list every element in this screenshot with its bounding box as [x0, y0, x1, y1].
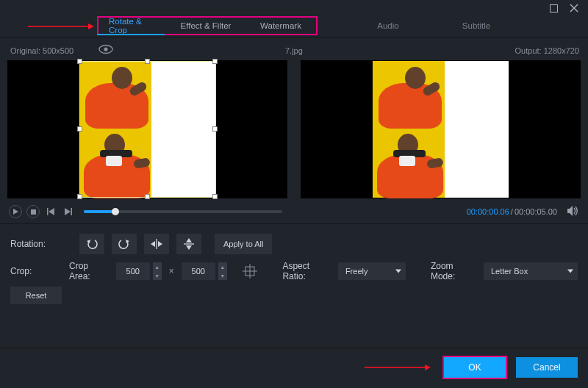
rotate-left-button[interactable]: [79, 234, 104, 254]
source-preview-pane[interactable]: [7, 60, 287, 198]
tab-rotate-crop[interactable]: Rotate & Crop: [98, 18, 166, 34]
prev-frame-button[interactable]: [44, 205, 57, 218]
crop-handle-bl[interactable]: [77, 194, 82, 199]
chevron-up-icon[interactable]: ▲: [218, 262, 227, 271]
stop-button[interactable]: [26, 205, 40, 218]
crop-handle-tl[interactable]: [77, 59, 82, 64]
svg-rect-0: [550, 4, 557, 12]
svg-point-6: [104, 47, 107, 51]
svg-marker-7: [13, 209, 18, 215]
tab-active-underline: [97, 34, 165, 35]
crop-selection-rect[interactable]: [79, 61, 216, 198]
time-current: 00:00:00.06: [467, 207, 509, 216]
crop-height-spinner[interactable]: ▲▼: [218, 262, 227, 280]
tab-group-highlighted: Rotate & Crop Effect & Filter Watermark: [97, 16, 318, 35]
window-maximize-button[interactable]: [547, 1, 560, 15]
separator: [0, 37, 588, 37]
svg-marker-20: [186, 238, 192, 242]
time-separator: /: [511, 207, 513, 216]
volume-icon[interactable]: [567, 206, 579, 218]
ok-button[interactable]: OK: [444, 357, 506, 378]
crop-handle-br[interactable]: [212, 194, 218, 199]
aspect-ratio-value: Freely: [345, 267, 368, 276]
aspect-ratio-label: Aspect Ratio:: [282, 261, 326, 281]
svg-rect-8: [31, 209, 36, 215]
zoom-mode-select[interactable]: Letter Box: [484, 262, 578, 280]
tab-audio[interactable]: Audio: [344, 16, 432, 35]
svg-marker-4: [88, 24, 94, 29]
output-image: [373, 61, 509, 198]
crop-height-field[interactable]: 500: [182, 262, 215, 280]
apply-to-all-button[interactable]: Apply to All: [215, 234, 272, 254]
svg-marker-11: [65, 208, 71, 215]
chevron-down-icon: [567, 270, 573, 273]
tab-effect-filter[interactable]: Effect & Filter: [166, 18, 245, 34]
zoom-mode-label: Zoom Mode:: [431, 261, 472, 281]
output-preview-pane: [301, 60, 581, 198]
chevron-down-icon: [395, 270, 401, 273]
original-dimensions-label: Original: 500x500: [10, 46, 74, 55]
crop-handle-mr[interactable]: [212, 126, 218, 132]
chevron-down-icon[interactable]: ▼: [218, 271, 227, 280]
rotation-label: Rotation:: [10, 239, 72, 249]
current-filename: 7.jpg: [285, 46, 303, 55]
play-button[interactable]: [9, 205, 22, 218]
next-frame-button[interactable]: [62, 205, 75, 218]
svg-marker-10: [49, 208, 54, 215]
annotation-arrow-tabs: [28, 23, 94, 30]
crop-handle-bm[interactable]: [145, 194, 150, 199]
rotate-right-button[interactable]: [112, 234, 137, 254]
svg-marker-26: [425, 364, 431, 370]
flip-vertical-button[interactable]: [176, 234, 201, 254]
crop-center-button[interactable]: [242, 262, 258, 281]
svg-rect-12: [71, 208, 73, 215]
time-duration: 00:00:05.00: [514, 207, 557, 216]
svg-marker-17: [151, 241, 155, 247]
timeline-knob[interactable]: [112, 208, 119, 215]
crop-handle-ml[interactable]: [77, 126, 82, 132]
times-symbol: ×: [169, 266, 174, 276]
output-dimensions-label: Output: 1280x720: [515, 46, 579, 55]
crop-handle-tm[interactable]: [145, 59, 150, 64]
flip-horizontal-button[interactable]: [144, 234, 169, 254]
timeline-slider[interactable]: [84, 210, 282, 213]
crop-width-field[interactable]: 500: [116, 262, 150, 280]
crop-area-label: Crop Area:: [69, 261, 104, 281]
chevron-up-icon[interactable]: ▲: [153, 262, 162, 271]
annotation-arrow-ok: [365, 364, 431, 371]
source-image: [79, 61, 216, 198]
tab-watermark[interactable]: Watermark: [245, 18, 316, 34]
window-close-button[interactable]: [567, 1, 581, 15]
svg-marker-18: [158, 241, 162, 247]
zoom-mode-value: Letter Box: [491, 267, 528, 276]
chevron-down-icon[interactable]: ▼: [153, 271, 162, 280]
timeline-fill: [84, 210, 115, 213]
crop-handle-tr[interactable]: [212, 59, 218, 64]
aspect-ratio-select[interactable]: Freely: [338, 262, 406, 280]
svg-marker-13: [567, 206, 573, 216]
svg-rect-9: [47, 208, 49, 215]
tab-subtitle[interactable]: Subtitle: [432, 16, 520, 35]
separator: [0, 223, 588, 224]
svg-marker-21: [186, 245, 192, 250]
reset-button[interactable]: Reset: [10, 287, 62, 304]
preview-eye-icon[interactable]: [98, 44, 113, 56]
crop-width-spinner[interactable]: ▲▼: [153, 262, 162, 280]
separator: [0, 348, 588, 348]
cancel-button[interactable]: Cancel: [516, 357, 578, 378]
crop-label: Crop:: [10, 266, 62, 276]
